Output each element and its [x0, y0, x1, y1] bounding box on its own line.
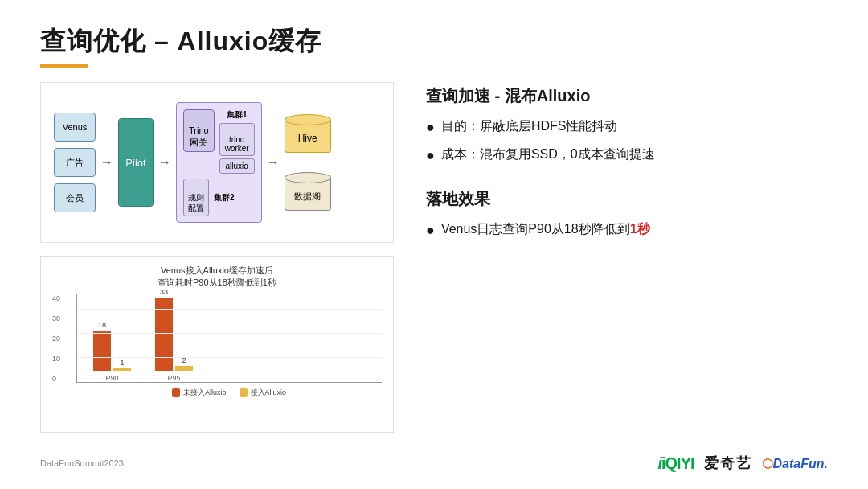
bullet-3: ● Venus日志查询P90从18秒降低到1秒 — [426, 221, 828, 240]
cluster-container: Trino 网关 集群1 trino worker alluxio — [176, 102, 262, 223]
venus-box: Venus — [54, 113, 96, 142]
legend-before: 未接入Alluxio — [172, 388, 227, 398]
title-underline — [40, 64, 88, 68]
bottom-cluster-row: 规则 配置 集群2 — [183, 179, 255, 216]
page-title: 查询优化 – Alluxio缓存 — [40, 24, 828, 60]
top-cluster-row: Trino 网关 集群1 trino worker alluxio — [183, 109, 255, 174]
cluster1-label: 集群1 — [219, 109, 255, 121]
iqiyi-logo: iiQIYI — [657, 454, 694, 473]
alluxio-box: alluxio — [219, 158, 255, 174]
footer-right-logos: iiQIYI 爱奇艺 ⬡DataFun. — [657, 454, 828, 473]
chart-area: Venus接入Alluxio缓存加速后 查询耗时P90从18秒降低到1秒 0 1… — [40, 256, 394, 433]
trino-gateway-box: Trino 网关 — [183, 109, 215, 152]
p90-group: 18 1 P90 — [93, 321, 131, 382]
left-panel: Venus 广告 会员 → Pilot → — [40, 82, 394, 444]
legend-after-dot — [240, 388, 248, 397]
arrow-3: → — [267, 155, 280, 170]
right-outputs: Hive 数据湖 — [285, 114, 333, 211]
chart-body: 0 10 20 30 40 — [52, 294, 382, 398]
right-panel: 查询加速 - 混布Alluxio ● 目的：屏蔽底层HDFS性能抖动 ● 成本：… — [426, 82, 828, 444]
section1-bullets: ● 目的：屏蔽底层HDFS性能抖动 ● 成本：混布复用SSD，0成本查询提速 — [426, 118, 828, 166]
p95-label: P95 — [167, 374, 180, 382]
bullet-1: ● 目的：屏蔽底层HDFS性能抖动 — [426, 118, 828, 137]
arrow-1: → — [100, 155, 113, 170]
p95-bar-before: 33 — [155, 288, 173, 371]
p95-bars: 33 2 — [155, 288, 193, 371]
trino-worker-box: trino worker — [219, 123, 255, 156]
lake-cylinder: 数据湖 — [285, 172, 333, 211]
cluster1-group: 集群1 trino worker alluxio — [219, 109, 255, 174]
legend-after: 接入Alluxio — [240, 388, 287, 398]
left-source-boxes: Venus 广告 会员 — [54, 113, 96, 212]
p95-bar-after: 2 — [175, 356, 193, 371]
section2-title: 落地效果 — [426, 188, 828, 210]
section1-title: 查询加速 - 混布Alluxio — [426, 85, 828, 107]
hive-cylinder: Hive — [285, 114, 333, 153]
p90-bar-before: 18 — [93, 321, 111, 371]
section2-bullets: ● Venus日志查询P90从18秒降低到1秒 — [426, 221, 828, 240]
content-area: Venus 广告 会员 → Pilot → — [40, 82, 828, 444]
footer: DataFunSummit2023 iiQIYI 爱奇艺 ⬡DataFun. — [40, 450, 828, 473]
arrow-2: → — [158, 155, 171, 170]
p90-label: P90 — [105, 374, 118, 382]
y-axis: 0 10 20 30 40 — [52, 294, 60, 383]
title-section: 查询优化 – Alluxio缓存 — [40, 24, 828, 68]
p95-group: 33 2 P95 — [155, 288, 193, 382]
datafun-logo: ⬡DataFun. — [762, 456, 828, 471]
slide: 查询优化 – Alluxio缓存 Venus 广告 会员 — [0, 0, 868, 489]
rule-box: 规则 配置 — [183, 179, 209, 216]
arch-diagram: Venus 广告 会员 → Pilot → — [40, 82, 394, 243]
chart-title: Venus接入Alluxio缓存加速后 查询耗时P90从18秒降低到1秒 — [52, 265, 382, 290]
p90-bars: 18 1 — [93, 321, 131, 371]
pilot-box: Pilot — [118, 118, 154, 207]
cluster2-label: 集群2 — [214, 192, 235, 203]
legend-before-dot — [172, 388, 180, 397]
ad-box: 广告 — [54, 148, 96, 177]
aiqiyi-text: 爱奇艺 — [704, 454, 752, 473]
bullet-2: ● 成本：混布复用SSD，0成本查询提速 — [426, 146, 828, 165]
bars-container: 18 1 P90 — [76, 294, 382, 383]
chart-legend: 未接入Alluxio 接入Alluxio — [76, 388, 382, 398]
p90-bar-after: 1 — [113, 359, 131, 371]
member-box: 会员 — [54, 183, 96, 212]
footer-left-text: DataFunSummit2023 — [40, 458, 124, 468]
